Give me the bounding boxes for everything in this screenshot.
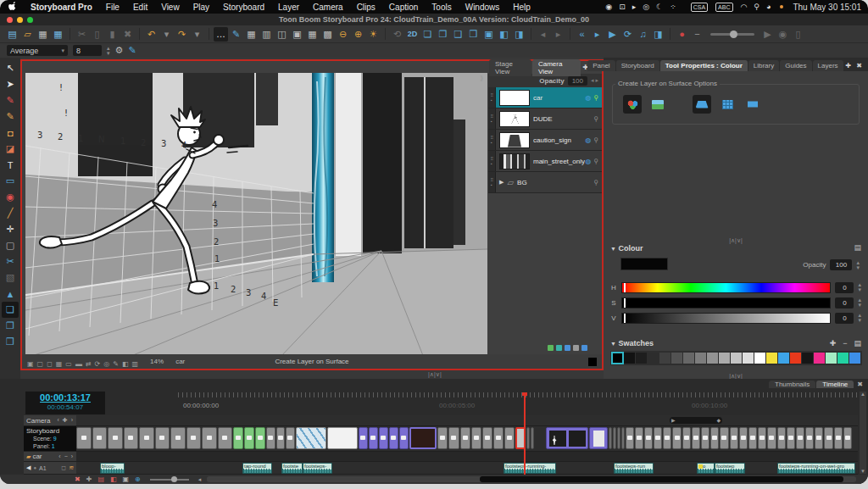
storyboard-panel-gray[interactable]	[767, 427, 776, 449]
view-green-icon[interactable]	[548, 345, 554, 351]
add-keyframe-icon[interactable]: ✚	[86, 475, 92, 483]
colour-swatch-12[interactable]	[754, 353, 765, 364]
lightbulb-icon[interactable]: ⚲	[593, 158, 598, 165]
layer-drag-handle[interactable]: ⠿▪	[488, 87, 496, 108]
lightbulb-icon[interactable]: ⚲	[593, 179, 598, 186]
globe-icon[interactable]: ◍	[585, 94, 591, 102]
text-tool[interactable]: T	[2, 157, 19, 173]
redo-icon[interactable]: ↷	[175, 27, 189, 42]
view-tab-camera-view[interactable]: Camera View	[532, 59, 581, 76]
record-icon[interactable]: ◉	[605, 3, 612, 11]
storyboard-panel-sketch[interactable]	[296, 427, 326, 449]
storyboard-panel-gray[interactable]	[218, 427, 233, 449]
smoothing-stepper[interactable]: ▴▾	[107, 46, 110, 56]
paint-tool[interactable]: ◉	[2, 189, 19, 205]
slider-stepper-h[interactable]: ▴▾	[858, 282, 861, 292]
storyboard-panel-purplesmall[interactable]	[589, 427, 608, 449]
view-blue2-icon[interactable]	[581, 345, 587, 351]
add-swatch-icon[interactable]: ✚	[830, 339, 837, 347]
duplicate-layer-icon[interactable]: ❑	[451, 27, 465, 42]
menu-view[interactable]: View	[154, 3, 186, 12]
colour-swatch-6[interactable]	[683, 353, 694, 364]
storyboard-panel-green[interactable]	[233, 427, 243, 449]
storyboard-panel-darkred[interactable]	[409, 427, 437, 449]
menu-edit[interactable]: Edit	[126, 3, 154, 12]
swatches-section-header[interactable]: ▼ Swatches	[610, 339, 654, 347]
colour-swatch-20[interactable]	[849, 353, 860, 364]
opacity-value-field[interactable]: 100	[568, 76, 587, 86]
storyboard-panel-gray[interactable]	[76, 427, 92, 449]
slider-value-s[interactable]: 0	[835, 297, 854, 308]
layer-row-main_street_only[interactable]: ⠿▪main_street_only◍⚲	[488, 151, 602, 172]
2d-mode-icon[interactable]: 2D	[405, 27, 420, 42]
lightbulb-icon[interactable]: ⚲	[593, 94, 598, 102]
storyboard-panel-gray[interactable]	[286, 427, 295, 449]
layer-order-icon[interactable]: ◧	[497, 27, 511, 42]
loop-icon[interactable]: ⟳	[620, 27, 635, 42]
storyboard-panel-gray[interactable]	[758, 427, 766, 449]
first-frame-icon[interactable]: «	[575, 27, 589, 42]
storyboard-panel-sliver[interactable]	[621, 427, 625, 449]
storyboard-panel-gray[interactable]	[692, 427, 700, 449]
storyboard-panel-gray[interactable]	[824, 427, 832, 449]
tab-storyboard[interactable]: Storyboard	[616, 60, 659, 71]
prev-panel-icon[interactable]: ◂	[536, 27, 550, 42]
rectangle-tool[interactable]: ▭	[2, 173, 19, 189]
smoothing-value-field[interactable]: 8	[73, 45, 102, 56]
menu-help[interactable]: Help	[506, 3, 537, 12]
wifi-icon[interactable]: ◠	[741, 3, 748, 11]
smoothing-dropdown[interactable]: Average▾	[7, 45, 68, 56]
colour-swatch-13[interactable]	[766, 353, 777, 364]
storyboard-panel-gray[interactable]	[834, 427, 843, 449]
menu-caption[interactable]: Caption	[382, 3, 425, 12]
remove-swatch-icon[interactable]: −	[843, 339, 847, 347]
audio-clip[interactable]: footsteps-running-	[504, 463, 556, 474]
input-source-badge[interactable]: CSA	[691, 3, 708, 12]
storyboard-panel-gray[interactable]	[170, 427, 186, 449]
timeline-vertical-scrollbar[interactable]: ▲ ▼	[860, 392, 866, 474]
menu-storyboard[interactable]: Storyboard	[216, 3, 271, 12]
toggle-layer-icon[interactable]: ◨	[512, 27, 526, 42]
storyboard-panel-gray[interactable]	[787, 427, 795, 449]
cut-icon[interactable]: ✂	[75, 27, 89, 42]
tab-guides[interactable]: Guides	[780, 60, 811, 71]
globe-icon[interactable]: ◍	[585, 136, 591, 144]
audio-clip[interactable]: footstep	[715, 463, 745, 474]
surface-option-icon[interactable]	[693, 95, 711, 114]
storyboard-panel-gray[interactable]	[276, 427, 286, 449]
tab-thumbnails[interactable]: Thumbnails	[769, 381, 815, 388]
colour-swatch-16[interactable]	[802, 353, 813, 364]
hand-tool[interactable]: ✛	[2, 221, 19, 237]
timeline-scrollbar[interactable]	[207, 476, 856, 482]
layer-thumbnail[interactable]	[499, 153, 530, 169]
storyboard-panel-gray[interactable]	[739, 427, 748, 449]
storyboard-panel-gray[interactable]	[124, 427, 139, 449]
clip-c-icon[interactable]: ◧	[110, 475, 117, 483]
slider-stepper-v[interactable]: ▴▾	[858, 313, 861, 323]
slider-value-v[interactable]: 0	[835, 313, 854, 324]
colour-opacity-value[interactable]: 100	[830, 259, 852, 270]
audio-clip[interactable]: footste	[281, 463, 303, 474]
marquee-tool[interactable]: ▢	[2, 237, 19, 253]
storyboard-panel-purple[interactable]	[359, 427, 368, 449]
car-track-buttons[interactable]: ‹ − ›	[58, 453, 74, 459]
menu-file[interactable]: File	[99, 3, 126, 12]
timeline-scrollbar-thumb[interactable]	[480, 476, 843, 482]
scroll-left-arrow[interactable]: ◂	[198, 476, 202, 483]
camera-track-buttons[interactable]: ‹ ✚ ›	[58, 417, 74, 424]
colour-swatch-1[interactable]	[624, 353, 635, 364]
swatches-menu-icon[interactable]: ▤	[854, 339, 861, 347]
reset-view-icon[interactable]: ⟲	[390, 27, 404, 42]
camera-track-label[interactable]: Camera ‹ ✚ ›	[24, 415, 76, 426]
storyboard-panel-gray[interactable]	[186, 427, 202, 449]
save-all-icon[interactable]: ▦	[51, 27, 65, 42]
view-gray-icon[interactable]	[573, 345, 579, 351]
storyboard-panel-gray[interactable]	[493, 427, 504, 449]
storyboard-panel-purple[interactable]	[399, 427, 409, 449]
storyboard-panel-purplethumb[interactable]	[546, 427, 588, 449]
audio-clip[interactable]: footsteps-running-on-wet-gro	[777, 463, 855, 474]
menu-windows[interactable]: Windows	[459, 3, 507, 12]
storyboard-panel-green[interactable]	[255, 427, 265, 449]
zoom-out-icon[interactable]: ⊖	[336, 27, 350, 42]
storyboard-panel-gray[interactable]	[730, 427, 738, 449]
